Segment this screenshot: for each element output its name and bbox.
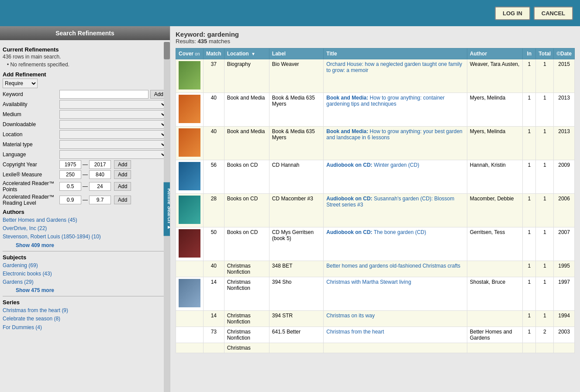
in-cell: 1 xyxy=(523,160,536,194)
language-select[interactable] xyxy=(59,150,167,159)
copyright-year-add-button[interactable]: Add xyxy=(114,160,131,169)
total-cell: 1 xyxy=(536,160,554,194)
total-cell: 1 xyxy=(536,277,554,311)
series-section-label: Series xyxy=(3,299,167,306)
location-cell: Books on CD xyxy=(224,160,269,194)
availability-select[interactable] xyxy=(59,100,167,109)
add-refinement-label: Add Refinement xyxy=(3,71,167,78)
date-cell: 1994 xyxy=(554,311,575,327)
author-link-2[interactable]: OverDrive, Inc (22) xyxy=(3,224,167,233)
book-cover[interactable] xyxy=(179,279,200,307)
series-link-2[interactable]: Celebrate the season (8) xyxy=(3,315,167,323)
keyword-input[interactable] xyxy=(59,90,148,99)
ar-reading-row: Accelerated Reader™ Reading Level — Add xyxy=(3,194,167,206)
label-cell: 394 Sho xyxy=(269,277,323,311)
cancel-button[interactable]: CANCEL xyxy=(534,7,573,20)
scrollbar-thumb[interactable] xyxy=(164,42,170,59)
language-row: Language xyxy=(3,150,167,159)
title-cell[interactable]: Christmas from the heart xyxy=(324,327,467,343)
book-cover[interactable] xyxy=(179,61,200,89)
keyword-label: Keyword xyxy=(3,91,59,97)
total-cell: 2 xyxy=(536,327,554,343)
availability-row: Availability xyxy=(3,100,167,109)
col-date: ©Date xyxy=(554,48,575,59)
title-cell[interactable]: Book and Media: How to grow anything: co… xyxy=(324,93,467,127)
require-select[interactable]: Require xyxy=(3,79,38,88)
title-cell[interactable]: Audiobook on CD: The bone garden (CD) xyxy=(324,227,467,261)
table-row: 14 Christmas Nonfiction 394 STR Christma… xyxy=(176,311,575,327)
title-cell[interactable]: Orchard House: how a neglected garden ta… xyxy=(324,59,467,93)
location-cell: Books on CD xyxy=(224,227,269,261)
authors-section-label: Authors xyxy=(3,209,167,215)
no-refinements: • No refinements specified. xyxy=(7,62,167,68)
book-cover[interactable] xyxy=(179,95,200,123)
login-button[interactable]: LOG IN xyxy=(495,7,530,20)
copyright-year-from[interactable] xyxy=(59,160,81,169)
copyright-year-label: Copyright Year xyxy=(3,162,59,168)
title-cell xyxy=(324,343,467,353)
title-cell[interactable]: Better homes and gardens old-fashioned C… xyxy=(324,261,467,277)
subjects-show-more[interactable]: Show 475 more xyxy=(16,287,167,293)
ar-reading-to[interactable] xyxy=(89,196,111,204)
location-select[interactable] xyxy=(59,130,167,139)
author-link-1[interactable]: Better Homes and Gardens (45) xyxy=(3,216,167,224)
copyright-year-row: Copyright Year — Add xyxy=(3,160,167,169)
ar-reading-from[interactable] xyxy=(59,196,81,204)
title-cell[interactable]: Christmas on its way xyxy=(324,311,467,327)
location-cell: Biography xyxy=(224,59,269,93)
cover-cell xyxy=(176,327,204,343)
date-cell xyxy=(554,343,575,353)
subject-link-3[interactable]: Gardens (29) xyxy=(3,278,167,286)
date-cell: 2013 xyxy=(554,127,575,160)
subject-link-1[interactable]: Gardening (69) xyxy=(3,261,167,270)
col-location[interactable]: Location ▼ xyxy=(224,48,269,59)
col-label: Label xyxy=(269,48,323,59)
book-cover[interactable] xyxy=(179,229,200,258)
match-cell: 40 xyxy=(204,93,224,127)
in-cell: 1 xyxy=(523,311,536,327)
date-cell: 2015 xyxy=(554,59,575,93)
subject-link-2[interactable]: Electronic books (43) xyxy=(3,270,167,278)
ar-reading-add-button[interactable]: Add xyxy=(114,196,131,204)
lexile-add-button[interactable]: Add xyxy=(114,170,131,179)
material-type-select[interactable] xyxy=(59,140,167,149)
title-cell[interactable]: Book and Media: How to grow anything: yo… xyxy=(324,127,467,160)
label-cell: 348 BET xyxy=(269,261,323,277)
ar-points-to[interactable] xyxy=(89,182,111,191)
match-cell: 40 xyxy=(204,261,224,277)
results-label: Results: xyxy=(176,38,196,45)
table-row: 40 Christmas Nonfiction 348 BET Better h… xyxy=(176,261,575,277)
lexile-from[interactable] xyxy=(59,170,81,179)
lexile-to[interactable] xyxy=(89,170,111,179)
author-link-3[interactable]: Stevenson, Robert Louis (1850-1894) (10) xyxy=(3,233,167,241)
refine-search-tab[interactable]: Refine Search ▲ xyxy=(163,182,170,236)
downloadable-select[interactable] xyxy=(59,120,167,129)
ar-reading-range: — Add xyxy=(59,196,131,204)
table-header-row: Cover on Match Location ▼ Label Title Au… xyxy=(176,48,575,59)
book-cover[interactable] xyxy=(179,196,200,224)
medium-select[interactable] xyxy=(59,110,167,119)
cover-cell xyxy=(176,311,204,327)
series-link-1[interactable]: Christmas from the heart (9) xyxy=(3,306,167,315)
medium-row: Medium xyxy=(3,110,167,119)
lexile-range: — Add xyxy=(59,170,131,179)
book-cover[interactable] xyxy=(179,128,200,157)
total-cell xyxy=(536,343,554,353)
title-cell[interactable]: Audiobook on CD: Winter garden (CD) xyxy=(324,160,467,194)
series-link-3[interactable]: For Dummies (4) xyxy=(3,323,167,332)
label-cell: CD Macomber #3 xyxy=(269,194,323,227)
header: LOG IN CANCEL xyxy=(0,0,580,26)
col-in: In xyxy=(523,48,536,59)
title-cell[interactable]: Christmas with Martha Stewart living xyxy=(324,277,467,311)
copyright-year-to[interactable] xyxy=(89,160,111,169)
title-cell[interactable]: Audiobook on CD: Susannah's garden (CD):… xyxy=(324,194,467,227)
ar-points-from[interactable] xyxy=(59,182,81,191)
lexile-label: Lexile® Measure xyxy=(3,172,59,178)
authors-divider xyxy=(3,251,167,251)
ar-points-range: — Add xyxy=(59,182,131,191)
label-cell: Book & Media 635 Myers xyxy=(269,93,323,127)
authors-show-more[interactable]: Show 409 more xyxy=(16,242,167,248)
book-cover[interactable] xyxy=(179,162,200,190)
col-cover: Cover on xyxy=(176,48,204,59)
ar-points-add-button[interactable]: Add xyxy=(114,182,131,191)
